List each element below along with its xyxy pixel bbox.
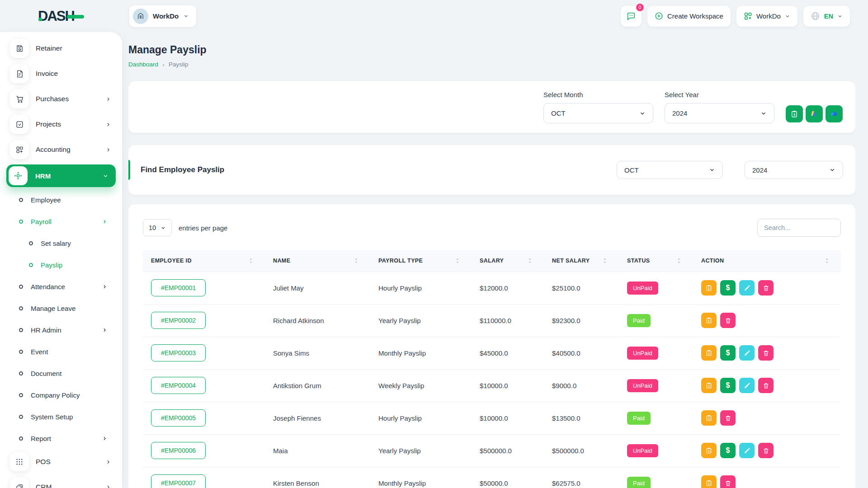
- trash-icon: [725, 317, 731, 324]
- sidebar-item-purchases[interactable]: Purchases: [0, 86, 122, 112]
- sort-icon[interactable]: [353, 257, 359, 265]
- column-header-payroll-type[interactable]: PAYROLL TYPE: [370, 250, 472, 272]
- row-actions: $: [701, 410, 841, 426]
- sidebar-item-projects[interactable]: Projects: [0, 112, 122, 137]
- create-workspace-label: Create Workspace: [667, 12, 723, 20]
- sidebar-item-accounting[interactable]: Accounting: [0, 137, 122, 162]
- sidebar-item-crm[interactable]: CRM: [0, 474, 122, 488]
- create-workspace-button[interactable]: Create Workspace: [647, 6, 731, 27]
- workspace-selector[interactable]: WorkDo: [129, 5, 196, 27]
- sort-icon[interactable]: [527, 257, 533, 265]
- accent-bar: [128, 160, 130, 180]
- employee-id-button[interactable]: #EMP00005: [151, 409, 206, 427]
- delete-button[interactable]: [720, 475, 736, 488]
- payslip-button[interactable]: $: [701, 280, 717, 296]
- status-badge: UnPaid: [627, 444, 658, 457]
- sidebar-subitem-payroll[interactable]: Payroll: [0, 211, 122, 232]
- sidebar-subitem-attendance[interactable]: Attendance: [0, 276, 122, 297]
- chevron-right-icon: [105, 484, 111, 488]
- bullet-icon: [19, 220, 23, 224]
- google-drive-button[interactable]: [806, 105, 823, 122]
- find-year-dropdown[interactable]: 2024: [745, 161, 843, 179]
- payslip-button[interactable]: $: [701, 475, 717, 488]
- breadcrumb: Dashboard › Payslip: [128, 61, 855, 68]
- chevron-right-icon: [105, 122, 111, 127]
- clipboard-dollar-icon: $: [705, 447, 712, 454]
- employee-id-button[interactable]: #EMP00007: [151, 474, 206, 488]
- sidebar-subitem-manage-leave[interactable]: Manage Leave: [0, 297, 122, 319]
- sidebar-subitem-document[interactable]: Document: [0, 362, 122, 384]
- delete-button[interactable]: [720, 313, 736, 328]
- sidebar-subitem-system-setup[interactable]: System Setup: [0, 406, 122, 427]
- row-actions: $: [701, 313, 841, 328]
- edit-button[interactable]: [739, 280, 755, 296]
- employee-id-button[interactable]: #EMP00004: [151, 377, 206, 394]
- select-month-dropdown[interactable]: OCT: [543, 103, 653, 123]
- messages-count-badge: 0: [636, 4, 644, 11]
- pay-button[interactable]: $: [720, 280, 736, 296]
- brand-logo[interactable]: DASH: [38, 8, 84, 24]
- column-header-employee-id[interactable]: EMPLOYEE ID: [143, 250, 265, 272]
- sort-icon[interactable]: [454, 257, 461, 265]
- sort-icon[interactable]: [824, 257, 830, 265]
- sidebar-item-retainer[interactable]: Retainer: [0, 36, 122, 61]
- column-header-salary[interactable]: SALARY: [472, 250, 544, 272]
- column-header-action[interactable]: ACTION: [693, 250, 841, 272]
- sidebar-item-hrm[interactable]: HRM: [6, 164, 116, 187]
- sort-icon[interactable]: [602, 257, 608, 265]
- entries-per-page-value: 10: [149, 224, 156, 231]
- sidebar-subitem-set-salary[interactable]: Set salary: [0, 232, 122, 254]
- workdo-menu-button[interactable]: WorkDo: [736, 6, 797, 27]
- select-year-dropdown[interactable]: 2024: [665, 103, 774, 123]
- payslip-button[interactable]: $: [701, 443, 717, 458]
- employee-id-button[interactable]: #EMP00003: [151, 344, 206, 361]
- column-header-status[interactable]: STATUS: [619, 250, 693, 272]
- select-month-label: Select Month: [543, 91, 653, 99]
- sidebar-item-pos[interactable]: POS: [0, 449, 122, 474]
- sort-icon[interactable]: [248, 257, 254, 265]
- sidebar-subitem-company-policy[interactable]: Company Policy: [0, 384, 122, 406]
- pay-button[interactable]: $: [720, 378, 736, 393]
- header-actions: 0 Create Workspace WorkDo EN: [621, 6, 868, 27]
- payslip-button[interactable]: $: [701, 410, 717, 426]
- sort-icon[interactable]: [676, 257, 682, 265]
- sidebar-item-label: HRM: [35, 172, 51, 180]
- payslip-button[interactable]: $: [701, 313, 717, 328]
- employee-name: Antikstion Grum: [265, 369, 370, 402]
- delete-button[interactable]: [758, 378, 774, 393]
- messages-button[interactable]: 0: [621, 6, 642, 27]
- chevron-right-icon: [105, 96, 111, 102]
- edit-button[interactable]: [739, 443, 755, 458]
- payslip-button[interactable]: $: [701, 345, 717, 361]
- pay-button[interactable]: $: [720, 345, 736, 361]
- find-month-dropdown[interactable]: OCT: [617, 161, 723, 179]
- sidebar-subitem-report[interactable]: Report: [0, 427, 122, 449]
- search-input[interactable]: [757, 219, 841, 237]
- language-selector[interactable]: EN: [803, 6, 850, 27]
- edit-button[interactable]: [739, 378, 755, 393]
- bulk-payment-button[interactable]: $: [786, 105, 803, 122]
- clipboard-dollar-icon: $: [705, 479, 712, 487]
- breadcrumb-dashboard-link[interactable]: Dashboard: [128, 61, 158, 68]
- delete-button[interactable]: [758, 443, 774, 458]
- employee-id-button[interactable]: #EMP00002: [151, 312, 206, 329]
- entries-per-page-select[interactable]: 10: [143, 219, 172, 236]
- column-header-name[interactable]: NAME: [265, 250, 370, 272]
- payslip-button[interactable]: $: [701, 378, 717, 393]
- sidebar-item-invoice[interactable]: Invoice: [0, 61, 122, 86]
- onedrive-button[interactable]: [826, 105, 843, 122]
- column-header-net-salary[interactable]: NET SALARY: [544, 250, 619, 272]
- delete-button[interactable]: [758, 345, 774, 361]
- chevron-down-icon: [760, 110, 767, 117]
- sidebar-subitem-event[interactable]: Event: [0, 341, 122, 362]
- delete-button[interactable]: [720, 410, 736, 426]
- sidebar-subitem-hr-admin[interactable]: HR Admin: [0, 319, 122, 341]
- delete-button[interactable]: [758, 280, 774, 296]
- pay-button[interactable]: $: [720, 443, 736, 458]
- sidebar-subitem-employee[interactable]: Employee: [0, 189, 122, 211]
- employee-id-button[interactable]: #EMP00006: [151, 442, 206, 459]
- edit-button[interactable]: [739, 345, 755, 361]
- sidebar-subitem-payslip[interactable]: Payslip: [0, 254, 122, 276]
- employee-id-button[interactable]: #EMP00001: [151, 279, 206, 296]
- pencil-icon: [744, 382, 750, 389]
